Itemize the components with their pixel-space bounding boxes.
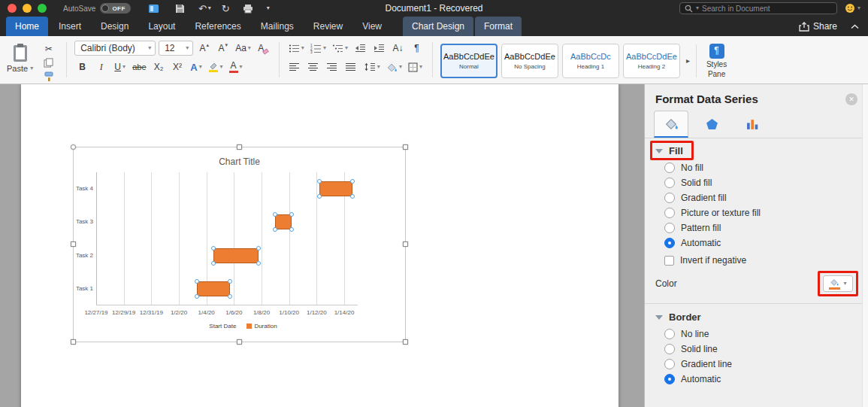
print-button[interactable] xyxy=(240,1,256,16)
style-no-spacing[interactable]: AaBbCcDdEeNo Spacing xyxy=(501,44,558,78)
selection-handle[interactable] xyxy=(403,241,408,247)
option-gradient-fill[interactable]: Gradient fill xyxy=(645,190,868,205)
option-automatic-line[interactable]: Automatic xyxy=(645,372,868,387)
multilevel-list-button[interactable]: ▾ xyxy=(331,41,349,56)
underline-button[interactable]: U▾ xyxy=(112,59,128,74)
bar-selection-handle[interactable] xyxy=(256,246,261,251)
selection-handle[interactable] xyxy=(403,144,408,150)
selection-handle[interactable] xyxy=(403,339,408,345)
close-panel-button[interactable]: ✕ xyxy=(845,93,857,105)
paste-button[interactable]: Paste▾ xyxy=(7,41,33,79)
tab-insert[interactable]: Insert xyxy=(50,17,90,36)
bar-selection-handle[interactable] xyxy=(317,179,322,184)
tab-review[interactable]: Review xyxy=(304,17,352,36)
customize-toolbar-button[interactable]: ▾ xyxy=(267,5,270,11)
duration-bar[interactable] xyxy=(197,281,230,296)
bar-selection-handle[interactable] xyxy=(273,227,277,232)
selection-handle[interactable] xyxy=(237,339,242,345)
autosave-toggle[interactable]: OFF xyxy=(100,3,131,14)
option-solid-line[interactable]: Solid line xyxy=(645,342,868,357)
styles-pane-button[interactable]: ¶ Styles Pane xyxy=(700,44,733,78)
borders-button[interactable]: ▾ xyxy=(407,59,424,74)
save-icon[interactable] xyxy=(172,1,188,16)
align-center-button[interactable] xyxy=(306,59,322,74)
option-automatic-fill[interactable]: Automatic xyxy=(645,235,868,251)
cut-button[interactable]: ✂ xyxy=(41,44,56,54)
zoom-window-button[interactable] xyxy=(38,4,47,13)
selection-handle[interactable] xyxy=(71,144,76,150)
option-pattern-fill[interactable]: Pattern fill xyxy=(645,220,868,235)
minimize-window-button[interactable] xyxy=(23,4,32,13)
font-size-select[interactable]: 12▾ xyxy=(159,41,193,56)
close-window-button[interactable] xyxy=(8,4,17,13)
superscript-button[interactable]: X² xyxy=(170,59,186,74)
border-section-header[interactable]: Border xyxy=(645,303,868,327)
tab-mailings[interactable]: Mailings xyxy=(252,17,303,36)
option-no-fill[interactable]: No fill xyxy=(645,160,868,175)
line-spacing-button[interactable]: ▾ xyxy=(362,59,382,74)
fill-line-tab[interactable] xyxy=(654,111,688,138)
bar-selection-handle[interactable] xyxy=(273,212,277,217)
collapse-ribbon-button[interactable] xyxy=(851,17,859,36)
justify-button[interactable] xyxy=(343,59,359,74)
bar-selection-handle[interactable] xyxy=(211,261,216,266)
tab-format[interactable]: Format xyxy=(475,17,522,36)
numbered-list-button[interactable]: 123▾ xyxy=(309,41,328,56)
bar-selection-handle[interactable] xyxy=(195,294,199,299)
tab-references[interactable]: References xyxy=(186,17,250,36)
selection-handle[interactable] xyxy=(71,339,76,345)
bar-selection-handle[interactable] xyxy=(317,194,322,199)
subscript-button[interactable]: X₂ xyxy=(151,59,167,74)
fill-section-header[interactable]: Fill xyxy=(645,138,868,160)
increase-indent-button[interactable] xyxy=(371,41,387,56)
text-effects-button[interactable]: A▾ xyxy=(189,59,204,74)
tab-view[interactable]: View xyxy=(353,17,391,36)
highlight-color-button[interactable]: ▾ xyxy=(207,59,225,74)
format-painter-button[interactable] xyxy=(41,71,56,82)
tab-layout[interactable]: Layout xyxy=(139,17,184,36)
bold-button[interactable]: B xyxy=(74,59,90,74)
bar-selection-handle[interactable] xyxy=(211,246,216,251)
copy-button[interactable] xyxy=(41,58,56,68)
panel-scrollbar[interactable] xyxy=(862,84,868,407)
redo-button[interactable]: ↻ xyxy=(222,4,230,14)
series-options-tab[interactable] xyxy=(735,111,770,138)
change-case-button[interactable]: Aa▾ xyxy=(234,41,253,56)
tab-design[interactable]: Design xyxy=(92,17,138,36)
legend-item-start-date[interactable]: Start Date xyxy=(201,323,236,330)
search-input[interactable]: ▾ Search in Document xyxy=(679,2,837,14)
share-button[interactable]: Share xyxy=(799,17,837,36)
shading-button[interactable]: ▾ xyxy=(385,59,404,74)
effects-tab[interactable] xyxy=(694,111,729,138)
strikethrough-button[interactable]: abe xyxy=(131,59,147,74)
sort-button[interactable]: A↓ xyxy=(390,41,406,56)
bar-selection-handle[interactable] xyxy=(350,179,355,184)
duration-bar[interactable] xyxy=(213,248,259,263)
clear-formatting-button[interactable]: A xyxy=(256,41,271,56)
option-no-line[interactable]: No line xyxy=(645,327,868,342)
duration-bar[interactable] xyxy=(319,181,352,196)
bar-selection-handle[interactable] xyxy=(289,227,294,232)
font-color-button[interactable]: A▾ xyxy=(228,59,244,74)
chart-title[interactable]: Chart Title xyxy=(74,156,405,167)
decrease-indent-button[interactable] xyxy=(352,41,368,56)
style-heading-2[interactable]: AaBbCcDdEeHeading 2 xyxy=(623,44,680,78)
feedback-smiley-button[interactable]: ▾ xyxy=(845,3,860,14)
selection-handle[interactable] xyxy=(71,241,76,247)
option-gradient-line[interactable]: Gradient line xyxy=(645,357,868,372)
bullet-list-button[interactable]: ▾ xyxy=(287,41,306,56)
bar-selection-handle[interactable] xyxy=(256,261,261,266)
bar-selection-handle[interactable] xyxy=(228,279,232,284)
bar-selection-handle[interactable] xyxy=(350,194,355,199)
fill-color-picker-button[interactable]: ▾ xyxy=(823,275,853,292)
option-picture-or-texture-fill[interactable]: Picture or texture fill xyxy=(645,205,868,220)
style-heading-1[interactable]: AaBbCcDcHeading 1 xyxy=(562,44,619,78)
duration-bar[interactable] xyxy=(275,214,292,229)
tab-home[interactable]: Home xyxy=(6,17,48,36)
italic-button[interactable]: I xyxy=(93,59,109,74)
document-page[interactable]: Chart Title Start Date Duration 12/27/19… xyxy=(21,84,618,407)
grow-font-button[interactable]: A▴ xyxy=(196,41,212,56)
bar-selection-handle[interactable] xyxy=(228,294,232,299)
new-document-icon[interactable] xyxy=(146,1,162,16)
font-name-select[interactable]: Calibri (Body)▾ xyxy=(74,41,156,56)
